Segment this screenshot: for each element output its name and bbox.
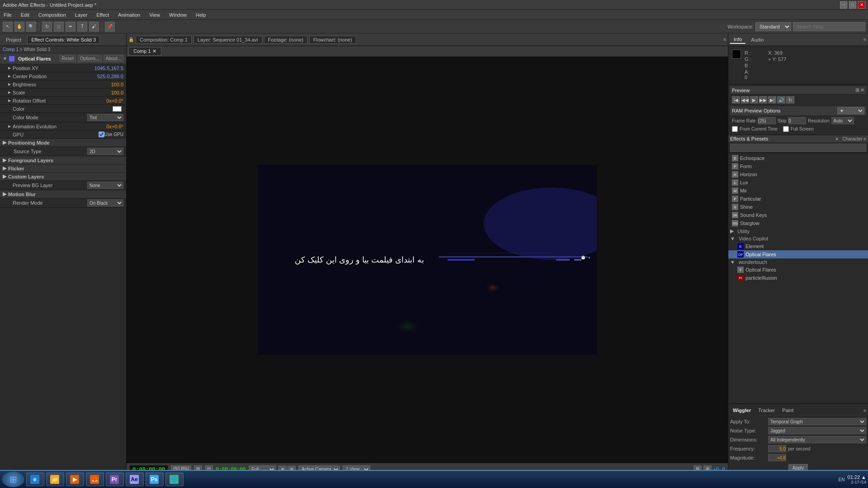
tab-info[interactable]: Info [730,36,745,44]
menu-item-view[interactable]: View [147,11,162,19]
menu-item-edit[interactable]: Edit [19,11,31,19]
taskbar-after-effects[interactable]: Ae [126,473,144,486]
video-copilot-category[interactable]: ▼ Video Copilot [728,235,868,242]
effect-item-form[interactable]: F Form [728,162,868,170]
utility-category[interactable]: ▶ Utility [728,227,868,235]
custom-layers-section[interactable]: ▶ Custom Layers [0,173,126,181]
maximize-btn[interactable]: □ [849,1,856,9]
foreground-layers-section[interactable]: ▶ Foreground Layers [0,156,126,164]
tab-audio[interactable]: Audio [747,36,767,43]
taskbar-firefox[interactable]: 🦊 [86,473,104,486]
effect-item-optical-flares[interactable]: OF Optical Flares [728,250,868,258]
comp-tab-lock[interactable]: 🔒 [128,37,134,42]
tool-pin[interactable]: 📌 [105,22,115,32]
gpu-checkbox[interactable] [99,131,104,137]
color-swatch[interactable] [113,106,122,112]
resolution-preview-select[interactable]: AutoFull [831,117,854,124]
comp-panel-menu[interactable]: ≡ [723,37,726,42]
tool-select[interactable]: ↖ [3,22,13,32]
taskbar-ie[interactable]: e [26,473,44,486]
tool-text[interactable]: T [77,22,87,32]
wiggler-tab[interactable]: Wiggler [730,407,754,414]
workspace-select[interactable]: Standard All Panels Minimal [755,22,791,31]
effect-options-btn[interactable]: Options... [78,55,102,62]
effect-about-btn[interactable]: About... [104,55,123,62]
tab-effect-controls[interactable]: Effect Controls: White Solid 3 [27,36,100,44]
color-mode-select[interactable]: TintNormal [87,114,123,121]
taskbar-premiere[interactable]: Pr [106,473,124,486]
from-current-time-cb[interactable] [732,126,738,132]
preview-first-frame[interactable]: |◀ [732,96,740,103]
comp-tab-layer[interactable]: Layer: Sequence 01_34.avi [193,36,262,44]
tool-zoom[interactable]: 🔍 [26,22,36,32]
tool-hand[interactable]: ✋ [14,22,24,32]
wondertouch-category[interactable]: ▼ wondertouch [728,258,868,266]
effect-item-lux[interactable]: L Lux [728,178,868,187]
effect-reset-btn[interactable]: Reset [60,55,76,62]
tool-brush[interactable]: 🖌 [89,22,99,32]
effects-search-input[interactable] [730,144,866,152]
menu-item-file[interactable]: File [2,11,14,19]
preview-expand[interactable]: ⊞ [855,87,859,93]
flicker-section[interactable]: ▶ Flicker [0,164,126,173]
preview-bg-select[interactable]: None [87,182,123,189]
preview-close[interactable]: ✕ [860,87,864,93]
tool-pen[interactable]: ✒ [66,22,75,32]
wiggler-menu[interactable]: ≡ [863,408,866,413]
paint-tab[interactable]: Paint [779,407,796,414]
preview-prev-frame[interactable]: ◀◀ [741,96,749,103]
effect-collapse-btn[interactable]: ▼ [3,56,7,61]
comp-tab-composition[interactable]: Composition: Comp 1 [136,36,192,44]
ram-preview-select[interactable]: ▼ [837,107,864,114]
menu-item-animation[interactable]: Animation [116,11,142,19]
effect-item-starglow[interactable]: SG Starglow [728,219,868,227]
preview-audio[interactable]: 🔊 [777,96,785,103]
menu-item-help[interactable]: Help [194,11,208,19]
menu-item-composition[interactable]: Composition [37,11,68,19]
taskbar-photoshop[interactable]: Ps [146,473,164,486]
menu-item-effect[interactable]: Effect [94,11,111,19]
menu-item-layer[interactable]: Layer [73,11,90,19]
comp-tab-flowchart[interactable]: Flowchart: (none) [309,36,356,44]
comp1-tab[interactable]: Comp 1 ✕ [128,47,161,56]
minimize-btn[interactable]: ─ [840,1,847,9]
full-screen-cb[interactable] [783,126,789,132]
effect-item-particular[interactable]: P Particular [728,195,868,203]
preview-loop[interactable]: ↻ [786,96,794,103]
search-help-input[interactable] [793,22,865,31]
effect-item-twitch[interactable]: T Optical Flares [728,266,868,274]
frequency-input[interactable] [768,445,786,452]
right-panel-menu[interactable]: ≡ [863,37,866,42]
positioning-mode-section[interactable]: ▶ Positioning Mode [0,139,126,147]
noise-type-select[interactable]: JaggedSmooth [768,427,866,434]
effect-item-particle-illusion[interactable]: PI particleIllusion [728,274,868,282]
source-type-select[interactable]: 2D3D [87,148,123,155]
tool-shape[interactable]: □ [54,22,64,32]
skip-input[interactable] [788,117,806,124]
effect-item-sound-keys[interactable]: SK Sound Keys [728,211,868,219]
preview-play[interactable]: ▶ [750,96,758,103]
start-button[interactable]: ⊞ [2,472,24,487]
effect-item-echospace[interactable]: E Echospace [728,154,868,162]
comp-tab-footage[interactable]: Footage: (none) [264,36,307,44]
motion-blur-section[interactable]: ▶ Motion Blur [0,190,126,198]
dimensions-select[interactable]: All Independently [768,436,866,443]
apply-to-select[interactable]: Temporal GraphSpatial Path [768,418,866,425]
effect-item-element[interactable]: E Element [728,242,868,250]
taskbar-browser[interactable]: 🌐 [165,473,184,486]
effect-item-mir[interactable]: M Mir [728,187,868,195]
taskbar-wmp[interactable]: ▶ [66,473,84,486]
menu-item-window[interactable]: Window [167,11,189,19]
render-mode-select[interactable]: On BlackTransparentOn Color Layer [87,199,123,206]
tab-project[interactable]: Project [2,36,25,44]
magnitude-input[interactable] [768,454,786,461]
tool-rotate[interactable]: ↻ [42,22,52,32]
character-tab[interactable]: Character ≡ [842,136,866,141]
effect-item-horizon[interactable]: H Horizon [728,170,868,178]
effects-close[interactable]: ✕ [835,136,839,141]
tracker-tab[interactable]: Tracker [755,407,778,414]
frame-rate-input[interactable] [758,117,776,124]
close-btn[interactable]: ✕ [858,1,865,9]
taskbar-explorer[interactable]: 📁 [46,473,64,486]
preview-last-frame[interactable]: ▶| [768,96,776,103]
